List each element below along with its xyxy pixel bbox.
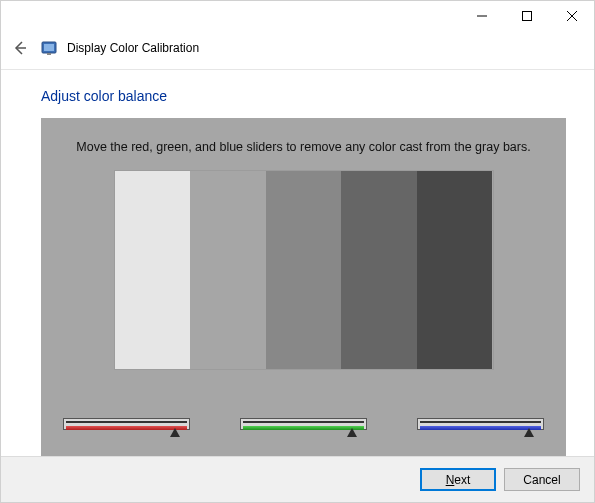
instruction-text: Move the red, green, and blue sliders to… (76, 140, 530, 154)
svg-rect-2 (44, 44, 54, 51)
close-icon (567, 11, 577, 21)
gray-bars (114, 170, 494, 370)
sliders-row (57, 416, 550, 442)
next-rest: ext (454, 473, 470, 487)
next-button[interactable]: Next (420, 468, 496, 491)
svg-rect-3 (47, 53, 51, 55)
gray-bar-4 (341, 171, 417, 369)
calibration-area: Move the red, green, and blue sliders to… (41, 118, 566, 456)
blue-slider[interactable] (417, 416, 544, 440)
maximize-icon (522, 11, 532, 21)
minimize-button[interactable] (459, 1, 504, 31)
content: Adjust color balance Move the red, green… (1, 70, 594, 456)
slider-thumb[interactable] (524, 428, 534, 437)
back-arrow-icon (12, 40, 28, 56)
header-title: Display Color Calibration (67, 41, 199, 55)
gray-bar-3 (266, 171, 342, 369)
minimize-icon (477, 11, 487, 21)
header: Display Color Calibration (1, 31, 594, 70)
next-mnemonic: N (446, 473, 455, 487)
close-button[interactable] (549, 1, 594, 31)
slider-thumb[interactable] (347, 428, 357, 437)
gray-bar-5 (417, 171, 493, 369)
cancel-button[interactable]: Cancel (504, 468, 580, 491)
svg-rect-0 (522, 12, 531, 21)
footer: Next Cancel (1, 456, 594, 502)
titlebar (1, 1, 594, 31)
app-icon (41, 40, 57, 56)
red-slider[interactable] (63, 416, 190, 440)
window: Display Color Calibration Adjust color b… (0, 0, 595, 503)
gray-bar-1 (115, 171, 191, 369)
page-title: Adjust color balance (41, 88, 566, 104)
gray-bar-2 (190, 171, 266, 369)
slider-thumb[interactable] (170, 428, 180, 437)
maximize-button[interactable] (504, 1, 549, 31)
back-button[interactable] (9, 37, 31, 59)
green-slider[interactable] (240, 416, 367, 440)
